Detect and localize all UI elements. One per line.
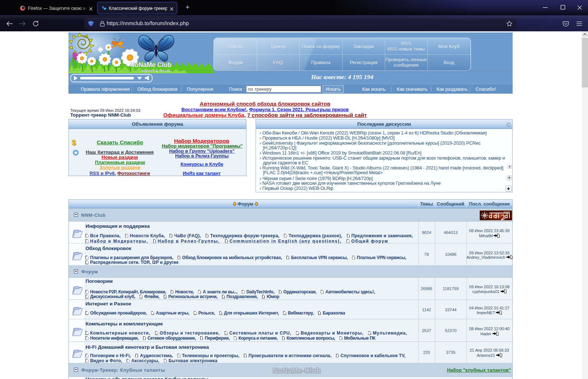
- svg-text:NoNaMe Club: NoNaMe Club: [130, 61, 171, 69]
- svg-text:tracker & forum: tracker & forum: [142, 69, 170, 73]
- svg-text:planet: planet: [504, 211, 510, 214]
